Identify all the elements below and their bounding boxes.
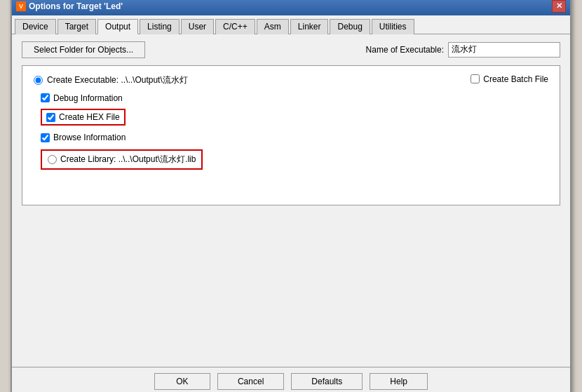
tab-target[interactable]: Target <box>57 19 96 34</box>
create-library-highlighted: Create Library: ..\..\Output\流水灯.lib <box>41 149 203 170</box>
executable-name-label: Name of Executable: <box>366 45 444 55</box>
tab-device[interactable]: Device <box>15 19 56 34</box>
tabs-bar: Device Target Output Listing User C/C++ … <box>12 15 570 34</box>
footer: OK Cancel Defaults Help <box>12 367 570 393</box>
top-row: Select Folder for Objects... Name of Exe… <box>22 41 560 58</box>
create-batch-checkbox[interactable] <box>471 74 480 83</box>
tab-listing[interactable]: Listing <box>140 19 180 34</box>
main-box-inner: Create Batch File Create Executable: ..\… <box>34 74 548 187</box>
create-hex-highlighted: Create HEX File <box>41 109 126 126</box>
bottom-area <box>22 205 560 360</box>
tab-linker[interactable]: Linker <box>290 19 329 34</box>
ok-button[interactable]: OK <box>154 373 210 390</box>
close-button[interactable]: ✕ <box>552 0 566 13</box>
main-options-box: Create Batch File Create Executable: ..\… <box>22 65 560 205</box>
create-executable-label: Create Executable: ..\..\Output\流水灯 <box>47 74 188 86</box>
cancel-button[interactable]: Cancel <box>217 373 284 390</box>
debug-info-wrapper: Debug Information <box>41 93 548 105</box>
create-hex-checkbox[interactable] <box>46 113 55 122</box>
content-area: Select Folder for Objects... Name of Exe… <box>12 34 570 367</box>
create-executable-radio[interactable] <box>34 76 43 85</box>
executable-name-row: Name of Executable: <box>366 42 560 58</box>
tab-utilities[interactable]: Utilities <box>372 19 414 34</box>
tab-asm[interactable]: Asm <box>257 19 289 34</box>
create-hex-label: Create HEX File <box>59 112 120 122</box>
tab-user[interactable]: User <box>181 19 214 34</box>
create-library-label: Create Library: ..\..\Output\流水灯.lib <box>60 154 196 165</box>
tab-output[interactable]: Output <box>97 19 138 34</box>
browse-info-row: Browse Information <box>41 133 548 142</box>
browse-info-checkbox[interactable] <box>41 133 50 142</box>
browse-info-label: Browse Information <box>53 133 126 142</box>
create-batch-label: Create Batch File <box>483 74 548 84</box>
help-button[interactable]: Help <box>370 373 428 390</box>
create-library-radio[interactable] <box>48 155 57 164</box>
debug-info-checkbox[interactable] <box>41 93 50 102</box>
main-window: V Options for Target 'Led' ✕ Device Targ… <box>11 0 571 392</box>
select-folder-button[interactable]: Select Folder for Objects... <box>22 41 145 58</box>
window-title: Options for Target 'Led' <box>29 1 123 11</box>
title-bar: V Options for Target 'Led' ✕ <box>12 0 570 15</box>
debug-info-label: Debug Information <box>53 93 123 103</box>
create-batch-row: Create Batch File <box>471 74 548 84</box>
title-bar-left: V Options for Target 'Led' <box>16 1 123 11</box>
executable-name-input[interactable] <box>448 42 560 58</box>
app-icon: V <box>16 1 26 11</box>
defaults-button[interactable]: Defaults <box>291 373 363 390</box>
tab-debug[interactable]: Debug <box>330 19 370 34</box>
tab-cpp[interactable]: C/C++ <box>215 19 255 34</box>
debug-info-row: Debug Information <box>41 93 123 103</box>
